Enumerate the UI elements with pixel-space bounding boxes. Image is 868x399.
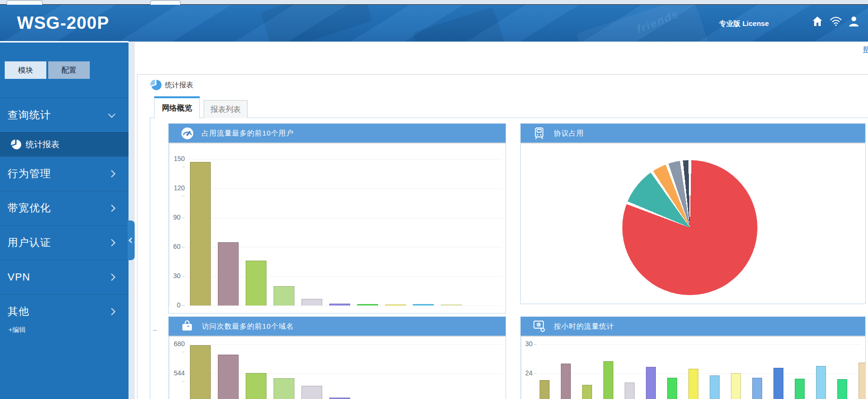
sidebar-item-0[interactable]: 查询统计 [0,98,129,132]
bar [246,261,266,306]
user-icon[interactable] [849,16,859,26]
chart-panel-hourly-traffic: 按小时的流量统计 3024 [520,316,866,399]
browser-tab-remnant [150,0,180,5]
chart-panel-top-users: 占用流量最多的前10个用户 1501209060300 [168,123,506,314]
bar [357,304,378,306]
gridline [188,188,502,189]
panel-header: 按小时的流量统计 [521,317,865,337]
sidebar-menu: 查询统计统计报表行为管理带宽优化用户认证VPN其他 [0,98,129,329]
bar [603,361,613,399]
sidebar-item-2[interactable]: 带宽优化 [0,191,129,225]
bar [274,378,294,399]
y-tick-label: 90 [170,213,185,221]
sidebar-item-4[interactable]: VPN [0,260,129,294]
bar [795,379,805,399]
bar [859,363,865,399]
sidebar-item-label: 查询统计 [8,108,51,122]
y-tick-label: 544 [170,369,185,384]
home-icon[interactable] [812,16,823,26]
sidebar-tab-config[interactable]: 配置 [48,61,90,79]
panel-header: 访问次数最多的前10个域名 [169,317,506,337]
chevron-right-icon [108,273,116,281]
sidebar-tab-modules[interactable]: 模块 [5,61,46,79]
charts-container: – 占用流量最多的前10个用户 1501209060300 [150,118,868,399]
help-link[interactable]: 帮助 [863,45,868,54]
chart-panel-top-domains: 访问次数最多的前10个域名 680544 [168,316,506,399]
chevron-down-icon [108,110,116,118]
bar [190,162,211,306]
bar [413,304,434,306]
collapse-dash: – [153,326,157,333]
panel-header: 协议占用 [521,124,865,144]
bar [218,355,239,399]
bar [688,369,698,399]
bar [582,385,592,399]
sidebar-edit-link[interactable]: +编辑 [9,326,26,334]
chevron-right-icon [108,204,116,212]
chevron-right-icon [108,239,116,246]
bar [710,375,720,399]
gridline [188,344,502,345]
bar [301,299,322,306]
bar-chart-plot: 1501209060300 [169,144,506,313]
sidebar-item-1[interactable]: 行为管理 [0,156,129,191]
sidebar-subitem-label: 统计报表 [26,139,60,150]
bag-icon [181,320,193,332]
app-header: friends WSG-200P 专业版 License [0,5,868,42]
sidebar-item-3[interactable]: 用户认证 [0,225,129,260]
gridline [540,344,861,345]
pie-chart-plot [521,144,865,304]
panel-title: 访问次数最多的前10个域名 [202,322,294,331]
panel-title: 按小时的流量统计 [554,322,614,331]
bar [274,286,294,306]
train-icon [533,127,545,140]
sidebar-item-label: 其他 [8,305,29,319]
chevron-right-icon [108,308,116,315]
bar [752,378,762,399]
panel-header: 占用流量最多的前10个用户 [169,124,506,144]
sidebar-item-label: VPN [8,271,30,283]
gridline [188,306,502,306]
app-logo: WSG-200P [17,13,109,33]
sidebar-subitem-reports[interactable]: 统计报表 [0,132,129,156]
chevron-right-icon [108,170,116,178]
monitor-gear-icon [533,320,546,333]
browser-tab-remnant [7,0,43,5]
y-tick-label: 120 [170,184,185,199]
pie-chart-icon [150,79,162,91]
bar [385,305,406,306]
wifi-icon[interactable] [830,16,842,26]
bar [816,366,826,399]
panel-title: 占用流量最多的前10个用户 [202,129,294,138]
sidebar-item-label: 用户认证 [8,236,51,250]
bar [190,345,211,399]
license-label: 专业版 License [719,19,769,28]
bar [329,304,350,306]
y-tick-label: 150 [170,155,185,170]
wsg-dashboard: { "header": { "logo": "WSG-200P", "licen… [0,0,868,399]
bar [441,305,462,306]
chevron-left-icon [129,238,134,243]
y-tick-label: 680 [170,340,185,355]
pie-chart [622,160,757,295]
tab-report-list[interactable]: 报表列表 [204,100,248,118]
pie-chart-icon [10,139,22,150]
sidebar-item-5[interactable]: 其他 [0,294,129,329]
bar [301,386,322,399]
bar [667,378,677,399]
y-tick-label: 30 [522,340,537,348]
bar [646,367,656,399]
gridline [540,374,861,374]
tab-network-overview[interactable]: 网络概览 [154,96,200,119]
bar-chart-plot: 3024 [521,337,865,399]
bar [246,373,266,399]
y-tick-label: 0 [170,301,185,309]
y-tick-label: 30 [170,272,185,280]
sidebar-item-label: 行为管理 [8,167,51,181]
bar [625,382,635,399]
sidebar-collapse-handle[interactable] [128,221,135,260]
sidebar-tabs: 模块 配置 [5,61,90,79]
gridline [188,159,502,160]
bar [561,364,571,399]
bar-chart-plot: 680544 [169,337,506,399]
